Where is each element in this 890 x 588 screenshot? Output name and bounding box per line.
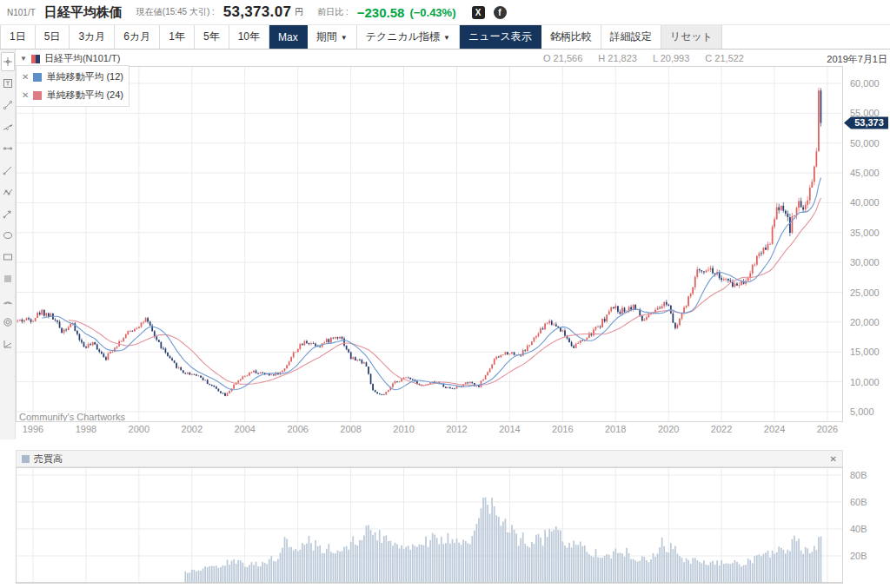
toolbar-button-3m[interactable]: 3カ月 [70, 25, 115, 49]
toolbar-button-5y[interactable]: 5年 [195, 25, 229, 49]
svg-text:2018: 2018 [605, 424, 626, 434]
svg-text:2010: 2010 [393, 424, 414, 434]
price-chart-canvas[interactable]: Communify's Chartworks199619982000200220… [16, 50, 890, 439]
svg-text:2026: 2026 [817, 424, 838, 434]
toolbar-button-compare[interactable]: 銘柄比較 [541, 25, 601, 49]
ticker-code: N101/T [7, 8, 36, 17]
polyline-tool-icon[interactable] [1, 182, 15, 202]
svg-text:Communify's Chartworks: Communify's Chartworks [19, 412, 125, 422]
toolbar-button-1y[interactable]: 1年 [160, 25, 195, 49]
svg-text:1998: 1998 [76, 424, 96, 434]
svg-text:60,000: 60,000 [850, 78, 880, 89]
toolbar-button-reset[interactable]: リセット [661, 25, 722, 49]
arrow-tool-icon[interactable] [1, 204, 15, 223]
svg-text:60B: 60B [850, 497, 867, 507]
toolbar-button-max[interactable]: Max [269, 25, 308, 49]
svg-text:15,000: 15,000 [850, 347, 880, 357]
overlay-label: 単純移動平均 (12) [46, 70, 123, 83]
trendline-tool-icon[interactable] [1, 96, 15, 115]
overlay-swatch [33, 91, 42, 100]
fib-circle-tool-icon[interactable] [1, 313, 15, 332]
crosshair-tool-icon[interactable] [1, 52, 15, 71]
svg-text:2006: 2006 [287, 424, 308, 434]
change-label: 前日比 : [317, 6, 349, 18]
quote-header: N101/T 日経平均株価 現在値(15:45 大引) : 53,373.07 … [0, 0, 890, 24]
price-label: 現在値(15:45 大引) : [136, 6, 215, 18]
svg-text:2000: 2000 [129, 424, 149, 434]
price-chart-region: ▼ 日経平均(N101/T) O 21,566H 21,823L 20,993C… [0, 50, 890, 439]
svg-text:53,373: 53,373 [854, 117, 884, 128]
svg-text:35,000: 35,000 [850, 228, 880, 238]
fib-fan-tool-icon[interactable] [1, 291, 15, 310]
svg-text:2012: 2012 [446, 424, 467, 434]
toolbar-button-technical[interactable]: テクニカル指標▼ [357, 25, 460, 49]
extended-line-tool-icon[interactable] [1, 117, 15, 136]
svg-text:80B: 80B [850, 470, 867, 480]
toolbar-button-5d[interactable]: 5日 [36, 25, 70, 49]
svg-text:20B: 20B [850, 551, 867, 561]
drawing-toolbar [0, 50, 16, 439]
overlay-legend-row: ✕単純移動平均 (24) [17, 86, 129, 104]
svg-text:40B: 40B [850, 524, 867, 534]
volume-panel: 売買高 ✕ 20B40B60B80B [0, 450, 890, 588]
toolbar-button-1d[interactable]: 1日 [0, 25, 36, 49]
svg-text:2002: 2002 [182, 424, 203, 434]
volume-chart-canvas[interactable]: 20B40B60B80B [16, 467, 890, 586]
volume-panel-header: 売買高 ✕ [16, 450, 843, 467]
price-unit: 円 [295, 6, 303, 18]
svg-text:2016: 2016 [552, 424, 573, 434]
svg-text:30,000: 30,000 [850, 257, 880, 268]
overlay-legend-row: ✕単純移動平均 (12) [17, 68, 129, 86]
overlay-label: 単純移動平均 (24) [46, 89, 123, 102]
axis-scale-tool-icon[interactable] [1, 334, 15, 353]
svg-text:40,000: 40,000 [850, 197, 880, 208]
overlay-swatch [33, 73, 42, 82]
svg-text:2004: 2004 [234, 424, 255, 434]
x-share-icon[interactable]: X [472, 6, 485, 19]
page-title: 日経平均株価 [44, 4, 123, 21]
rectangle-tool-icon[interactable] [1, 248, 15, 267]
volume-series-swatch [22, 455, 30, 463]
change-percent: (−0.43%) [409, 6, 455, 19]
svg-text:1996: 1996 [23, 424, 43, 434]
svg-text:2024: 2024 [764, 424, 785, 434]
remove-overlay-icon[interactable]: ✕ [22, 91, 29, 100]
svg-text:45,000: 45,000 [850, 168, 880, 178]
toolbar-button-news[interactable]: ニュース表示 [460, 25, 541, 49]
toolbar-button-settings[interactable]: 詳細設定 [601, 25, 661, 49]
remove-overlay-icon[interactable]: ✕ [22, 73, 29, 82]
text-annotation-tool-icon[interactable] [1, 74, 15, 93]
fib-retracement-tool-icon[interactable] [1, 269, 15, 288]
svg-text:5,000: 5,000 [850, 406, 874, 417]
horizontal-segment-tool-icon[interactable] [1, 139, 15, 158]
current-price: 53,373.07 [223, 3, 291, 21]
chevron-down-icon: ▼ [443, 34, 450, 42]
change-value: −230.58 [357, 5, 405, 20]
toolbar-button-period[interactable]: 期間▼ [308, 25, 357, 49]
svg-text:2022: 2022 [711, 424, 732, 434]
svg-text:10,000: 10,000 [850, 377, 880, 387]
chart-toolbar: 1日5日3カ月6カ月1年5年10年Max期間▼テクニカル指標▼ニュース表示銘柄比… [0, 24, 890, 50]
toolbar-button-10y[interactable]: 10年 [229, 25, 269, 49]
svg-text:2020: 2020 [658, 424, 679, 434]
svg-text:2008: 2008 [340, 424, 361, 434]
toolbar-button-6m[interactable]: 6カ月 [115, 25, 160, 49]
svg-text:25,000: 25,000 [850, 287, 880, 298]
volume-panel-title: 売買高 [34, 453, 63, 466]
svg-text:2014: 2014 [499, 424, 520, 434]
svg-text:20,000: 20,000 [850, 317, 880, 327]
volume-close-icon[interactable]: ✕ [830, 454, 837, 464]
svg-text:50,000: 50,000 [850, 138, 880, 149]
ellipse-tool-icon[interactable] [1, 226, 15, 245]
line-tool-icon[interactable] [1, 161, 15, 180]
chart-application: N101/T 日経平均株価 現在値(15:45 大引) : 53,373.07 … [0, 0, 890, 588]
chevron-down-icon: ▼ [341, 34, 348, 42]
overlay-legend-box: ✕単純移動平均 (12)✕単純移動平均 (24) [16, 65, 130, 107]
facebook-share-icon[interactable]: f [494, 6, 507, 19]
